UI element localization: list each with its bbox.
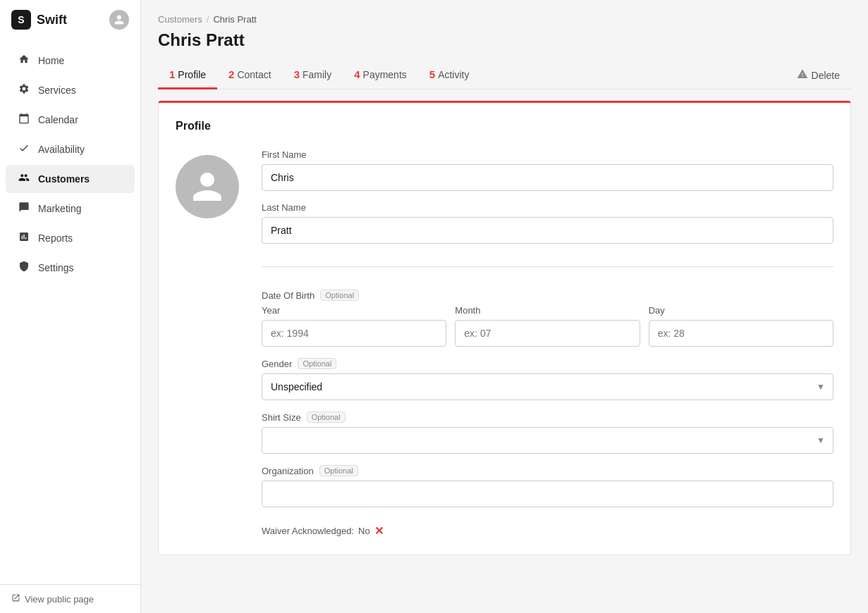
reports-icon xyxy=(17,231,31,245)
sidebar-nav: Home Services Calendar Availability Cust… xyxy=(0,39,140,584)
app-logo-icon: S xyxy=(11,10,31,30)
sidebar-item-home[interactable]: Home xyxy=(6,47,135,75)
view-public-page-link[interactable]: View public page xyxy=(0,584,140,613)
last-name-group: Last Name xyxy=(262,202,833,244)
organization-optional-badge: Optional xyxy=(319,465,358,476)
waiver-label: Waiver Acknowledged: xyxy=(262,526,354,536)
dob-optional-badge: Optional xyxy=(320,290,359,301)
gender-section: Gender Optional Unspecified Male Female … xyxy=(262,358,833,400)
sidebar-item-calendar[interactable]: Calendar xyxy=(6,106,135,134)
sidebar-item-customers-label: Customers xyxy=(38,173,90,185)
gender-label-row: Gender Optional xyxy=(262,358,833,369)
services-icon xyxy=(17,83,31,97)
sidebar-item-availability-label: Availability xyxy=(38,144,85,155)
tab-family-number: 3 xyxy=(294,68,300,80)
first-name-label: First Name xyxy=(262,149,833,160)
year-label: Year xyxy=(262,305,446,316)
profile-card: Profile First Name xyxy=(158,101,851,555)
divider-1 xyxy=(262,266,833,267)
delete-tab-label: Delete xyxy=(812,70,840,81)
tab-contact-number: 2 xyxy=(228,68,234,80)
gender-optional-badge: Optional xyxy=(298,358,336,369)
tab-payments-number: 4 xyxy=(354,68,360,80)
sidebar: S Swift Home Services Calendar xyxy=(0,0,141,613)
month-group: Month xyxy=(455,305,640,347)
sidebar-item-marketing[interactable]: Marketing xyxy=(6,194,135,223)
profile-body: First Name Last Name Date Of Birth Optio… xyxy=(176,149,833,538)
last-name-input[interactable] xyxy=(262,217,833,244)
dob-label-row: Date Of Birth Optional xyxy=(262,290,833,301)
sidebar-item-settings[interactable]: Settings xyxy=(6,254,135,282)
tab-payments[interactable]: 4 Payments xyxy=(343,61,418,89)
dob-section: Date Of Birth Optional Year Month xyxy=(262,290,833,347)
gender-select[interactable]: Unspecified Male Female Non-binary Other xyxy=(262,373,833,400)
sidebar-logo: S Swift xyxy=(0,0,140,39)
tab-profile-number: 1 xyxy=(169,68,175,80)
day-label: Day xyxy=(649,305,833,316)
delete-tab[interactable]: Delete xyxy=(786,61,851,89)
shirt-size-select-wrapper: XS S M L XL XXL ▼ xyxy=(262,427,833,454)
profile-fields: First Name Last Name Date Of Birth Optio… xyxy=(262,149,833,538)
sidebar-item-marketing-label: Marketing xyxy=(38,203,81,214)
profile-avatar[interactable] xyxy=(176,155,239,218)
shirt-size-select[interactable]: XS S M L XL XXL xyxy=(262,427,833,454)
avatar-area xyxy=(176,149,239,538)
organization-label: Organization xyxy=(262,466,314,476)
content-area: Customers / Chris Pratt Chris Pratt 1 Pr… xyxy=(141,0,868,613)
tab-profile[interactable]: 1 Profile xyxy=(158,61,217,89)
year-input[interactable] xyxy=(262,320,446,347)
first-name-group: First Name xyxy=(262,149,833,191)
day-group: Day xyxy=(649,305,833,347)
warning-icon xyxy=(797,68,808,82)
waiver-row: Waiver Acknowledged: No ✕ xyxy=(262,524,833,538)
gender-label: Gender xyxy=(262,359,292,369)
tab-contact[interactable]: 2 Contact xyxy=(217,61,283,89)
shirt-size-section: Shirt Size Optional XS S M L XL xyxy=(262,411,833,454)
sidebar-item-home-label: Home xyxy=(38,55,64,66)
tab-activity-label: Activity xyxy=(438,69,469,80)
dob-label: Date Of Birth xyxy=(262,290,314,301)
dob-fields-row: Year Month Day xyxy=(262,305,833,347)
organization-label-row: Organization Optional xyxy=(262,465,833,476)
month-label: Month xyxy=(455,305,640,316)
external-link-icon xyxy=(11,593,20,605)
calendar-icon xyxy=(17,113,31,127)
availability-icon xyxy=(17,142,31,156)
shirt-size-label: Shirt Size xyxy=(262,412,301,423)
breadcrumb-separator: / xyxy=(207,14,209,25)
sidebar-item-services[interactable]: Services xyxy=(6,76,135,104)
first-name-input[interactable] xyxy=(262,164,833,191)
gender-select-wrapper: Unspecified Male Female Non-binary Other… xyxy=(262,373,833,400)
tab-family[interactable]: 3 Family xyxy=(283,61,343,89)
tab-activity[interactable]: 5 Activity xyxy=(418,61,481,89)
year-group: Year xyxy=(262,305,446,347)
breadcrumb: Customers / Chris Pratt xyxy=(158,14,851,25)
home-icon xyxy=(17,54,31,68)
tab-activity-number: 5 xyxy=(429,68,435,80)
tab-payments-label: Payments xyxy=(363,69,407,80)
breadcrumb-current: Chris Pratt xyxy=(213,14,256,25)
organization-input[interactable] xyxy=(262,481,833,507)
customers-icon xyxy=(17,172,31,186)
breadcrumb-parent[interactable]: Customers xyxy=(158,14,202,25)
sidebar-item-availability[interactable]: Availability xyxy=(6,135,135,163)
tab-profile-label: Profile xyxy=(178,69,206,80)
waiver-value: No xyxy=(358,526,370,536)
sidebar-item-customers[interactable]: Customers xyxy=(6,165,135,193)
organization-section: Organization Optional xyxy=(262,465,833,507)
shirt-size-label-row: Shirt Size Optional xyxy=(262,411,833,423)
avatar[interactable] xyxy=(109,10,129,30)
tabs-bar: 1 Profile 2 Contact 3 Family 4 Payments … xyxy=(158,61,851,89)
page-title: Chris Pratt xyxy=(158,30,851,50)
month-input[interactable] xyxy=(455,320,640,347)
settings-icon xyxy=(17,261,31,275)
sidebar-item-reports[interactable]: Reports xyxy=(6,224,135,252)
day-input[interactable] xyxy=(649,320,833,347)
sidebar-item-settings-label: Settings xyxy=(38,262,74,273)
main-content: Customers / Chris Pratt Chris Pratt 1 Pr… xyxy=(141,0,868,613)
waiver-x-icon: ✕ xyxy=(374,524,384,538)
profile-card-title: Profile xyxy=(176,120,833,132)
last-name-label: Last Name xyxy=(262,202,833,213)
sidebar-item-reports-label: Reports xyxy=(38,233,73,244)
sidebar-item-calendar-label: Calendar xyxy=(38,114,78,125)
